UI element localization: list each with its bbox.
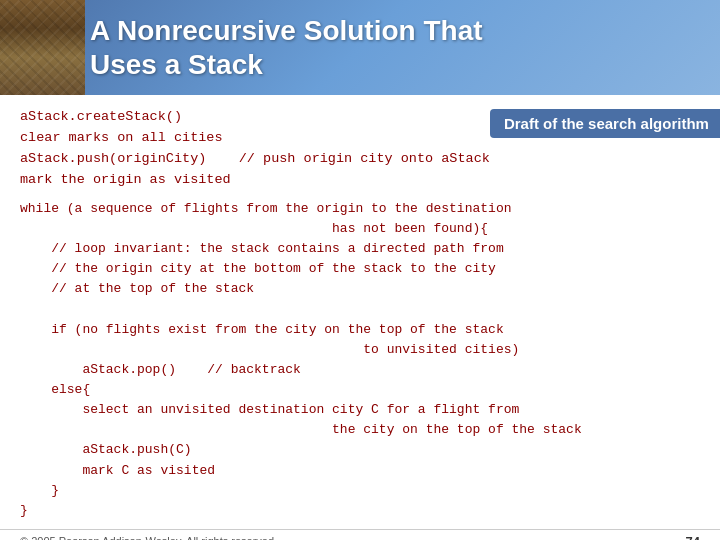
blank1 <box>20 299 700 319</box>
pop-line: aStack.pop() // backtrack <box>20 360 700 380</box>
if-cont: to unvisited cities) <box>20 340 700 360</box>
close-outer: } <box>20 501 700 521</box>
while-line: while (a sequence of flights from the or… <box>20 199 700 219</box>
while-cont: has not been found){ <box>20 219 700 239</box>
else-line: else{ <box>20 380 700 400</box>
main-code: while (a sequence of flights from the or… <box>20 199 700 521</box>
footer: © 2005 Pearson Addison-Wesley. All right… <box>0 529 720 540</box>
copyright: © 2005 Pearson Addison-Wesley. All right… <box>20 535 274 540</box>
init-line3: aStack.push(originCity) // push origin c… <box>20 149 490 170</box>
comment3: // at the top of the stack <box>20 279 700 299</box>
if-line: if (no flights exist from the city on th… <box>20 320 700 340</box>
header-bg-image <box>0 0 85 95</box>
top-row: aStack.createStack() clear marks on all … <box>20 107 700 191</box>
comment2: // the origin city at the bottom of the … <box>20 259 700 279</box>
header: A Nonrecursive Solution That Uses a Stac… <box>0 0 720 95</box>
header-title: A Nonrecursive Solution That Uses a Stac… <box>90 14 483 81</box>
init-line1: aStack.createStack() <box>20 107 490 128</box>
init-line4: mark the origin as visited <box>20 170 490 191</box>
init-line2: clear marks on all cities <box>20 128 490 149</box>
page-number: 74 <box>686 534 700 540</box>
mark-line: mark C as visited <box>20 461 700 481</box>
push-line: aStack.push(C) <box>20 440 700 460</box>
select-line: select an unvisited destination city C f… <box>20 400 700 420</box>
comment1: // loop invariant: the stack contains a … <box>20 239 700 259</box>
select-cont: the city on the top of the stack <box>20 420 700 440</box>
slide: A Nonrecursive Solution That Uses a Stac… <box>0 0 720 540</box>
init-code: aStack.createStack() clear marks on all … <box>20 107 490 191</box>
close-inner: } <box>20 481 700 501</box>
content: aStack.createStack() clear marks on all … <box>0 95 720 529</box>
draft-label: Draft of the search algorithm <box>490 109 720 138</box>
